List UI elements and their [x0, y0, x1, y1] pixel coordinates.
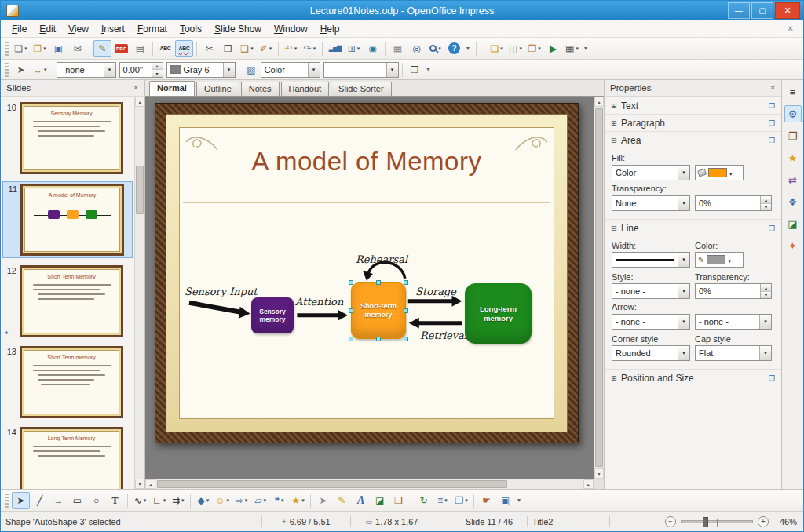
- slide-10-thumb[interactable]: Sensory Memory: [20, 102, 123, 174]
- properties-deck-icon[interactable]: ⚙: [784, 105, 802, 122]
- new-document-icon[interactable]: ❏: [12, 40, 30, 57]
- styles-icon[interactable]: ❖: [784, 193, 802, 210]
- menu-item[interactable]: Tools: [174, 21, 208, 37]
- scroll-up-icon[interactable]: [135, 97, 144, 107]
- line-arrow-icon[interactable]: →: [49, 492, 68, 509]
- line-icon[interactable]: ╱: [31, 492, 49, 509]
- view-tab[interactable]: Notes: [241, 82, 280, 96]
- view-tab[interactable]: Handout: [281, 82, 330, 96]
- symbol-shapes-icon[interactable]: ☺: [213, 492, 232, 509]
- align-icon[interactable]: ≡: [433, 492, 451, 509]
- menu-item[interactable]: Edit: [33, 21, 62, 37]
- arrowheads-icon[interactable]: ↔: [31, 61, 49, 78]
- scrollbar-thumb[interactable]: [157, 480, 507, 488]
- spelling-icon[interactable]: ABC: [156, 40, 174, 57]
- horizontal-scrollbar[interactable]: [145, 479, 594, 489]
- slide-design-icon[interactable]: ❐: [525, 40, 543, 57]
- close-panel-icon[interactable]: ✕: [133, 84, 139, 92]
- object-size[interactable]: ▭ 1.78 x 1.67: [351, 517, 433, 527]
- selection-handle[interactable]: [349, 308, 353, 313]
- selection-handle[interactable]: [349, 280, 353, 285]
- email-icon[interactable]: ✉: [68, 40, 86, 57]
- expand-icon[interactable]: ⊞: [611, 102, 621, 110]
- slide[interactable]: A model of Memory: [155, 103, 579, 443]
- save-icon[interactable]: ▣: [49, 40, 68, 57]
- custom-animation-icon[interactable]: ★: [784, 149, 802, 166]
- glue-points-icon[interactable]: ✎: [333, 492, 351, 509]
- slide-thumbnail[interactable]: 14 Long-Term Memory: [2, 425, 133, 489]
- edit-points-icon[interactable]: ➤: [12, 61, 30, 78]
- expand-icon[interactable]: ⊞: [611, 374, 621, 382]
- scroll-right-icon[interactable]: [583, 479, 594, 489]
- slides-scrollbar[interactable]: [134, 97, 144, 489]
- menu-item[interactable]: Format: [131, 21, 174, 37]
- export-pdf-icon[interactable]: PDF: [112, 40, 130, 57]
- copy-icon[interactable]: ❒: [219, 40, 237, 57]
- open-icon[interactable]: ❐: [31, 40, 49, 57]
- label-sensory-input[interactable]: Sensory Input: [185, 286, 258, 297]
- rotate-icon[interactable]: ↻: [415, 492, 433, 509]
- cursor-position[interactable]: + 6.69 / 5.51: [262, 517, 350, 527]
- hyperlink-icon[interactable]: ◉: [364, 40, 382, 57]
- rectangle-icon[interactable]: ▭: [68, 492, 86, 509]
- slide-13-thumb[interactable]: Short Term memory: [20, 346, 123, 418]
- expand-icon[interactable]: ⊞: [611, 119, 621, 127]
- menu-item[interactable]: Window: [268, 21, 314, 37]
- toolbar-options-button[interactable]: ▾: [581, 45, 590, 52]
- from-file-icon[interactable]: ◪: [371, 492, 389, 509]
- flowchart-icon[interactable]: ▱: [251, 492, 269, 509]
- transparency-type-select[interactable]: None: [612, 195, 690, 211]
- gallery-deck-icon[interactable]: ◪: [784, 215, 802, 232]
- document-close-icon[interactable]: ✕: [783, 24, 799, 33]
- scrollbar-thumb[interactable]: [136, 166, 144, 214]
- selection-handle[interactable]: [404, 280, 408, 285]
- stars-icon[interactable]: ★: [289, 492, 307, 509]
- basic-shapes-icon[interactable]: ◆: [194, 492, 212, 509]
- scroll-down-icon[interactable]: [594, 468, 604, 479]
- corner-style-select[interactable]: Rounded: [612, 345, 690, 361]
- selection-handle[interactable]: [404, 337, 408, 341]
- selection-handle[interactable]: [376, 280, 381, 285]
- master-pages-icon[interactable]: ❐: [784, 127, 802, 144]
- section-line[interactable]: ⊟ Line ❐: [605, 219, 781, 236]
- toolbar-grip[interactable]: [5, 494, 9, 508]
- diagram-arrows[interactable]: [180, 128, 554, 418]
- slide-sorter-icon[interactable]: ▦: [563, 40, 581, 57]
- undo-icon[interactable]: ↶: [282, 40, 300, 57]
- extrusion-icon[interactable]: ▣: [496, 492, 514, 509]
- navigator-deck-icon[interactable]: ✦: [784, 237, 802, 254]
- scroll-down-icon[interactable]: [135, 479, 144, 489]
- dialog-launcher-icon[interactable]: ❐: [769, 119, 775, 127]
- label-storage[interactable]: Storage: [415, 286, 456, 297]
- slide-transition-icon[interactable]: ⇄: [784, 171, 802, 188]
- dialog-launcher-icon[interactable]: ❐: [769, 102, 775, 110]
- autospellcheck-icon[interactable]: ABC: [175, 40, 193, 57]
- dialog-launcher-icon[interactable]: ❐: [769, 137, 775, 144]
- layout-name[interactable]: Title2: [528, 517, 609, 527]
- arrange-icon[interactable]: ❐: [452, 492, 470, 509]
- close-panel-icon[interactable]: ✕: [769, 84, 776, 92]
- line-style-select[interactable]: - none -: [57, 62, 116, 78]
- sensory-memory-box[interactable]: Sensory memory: [251, 297, 294, 333]
- label-attention[interactable]: Attention: [295, 296, 343, 308]
- block-arrows-icon[interactable]: ⇨: [232, 492, 250, 509]
- scroll-up-icon[interactable]: [594, 97, 604, 107]
- insert-chart-icon[interactable]: ▂▅▇: [326, 40, 344, 57]
- scroll-left-icon[interactable]: [145, 479, 155, 489]
- line-color-button[interactable]: ✎: [695, 252, 744, 268]
- callouts-icon[interactable]: ❝: [270, 492, 288, 509]
- new-slide-icon[interactable]: ❏: [488, 40, 506, 57]
- edit-file-icon[interactable]: ✎: [93, 40, 111, 57]
- menu-item[interactable]: Insert: [95, 21, 131, 37]
- arrow-start-select[interactable]: - none -: [612, 314, 690, 330]
- line-width-input[interactable]: 0.00": [119, 62, 163, 78]
- menu-item[interactable]: View: [62, 21, 95, 37]
- selection-handle[interactable]: [376, 337, 381, 341]
- slide-thumbnail-selected[interactable]: 11 A model of Memory: [2, 181, 133, 258]
- points-icon[interactable]: ➤: [314, 492, 332, 509]
- sidebar-menu-icon[interactable]: ≡: [784, 83, 802, 100]
- fill-type-select[interactable]: Color: [261, 62, 320, 78]
- insert-table-icon[interactable]: ⊞: [345, 40, 363, 57]
- cut-icon[interactable]: ✂: [200, 40, 218, 57]
- menu-item[interactable]: Slide Show: [208, 21, 268, 37]
